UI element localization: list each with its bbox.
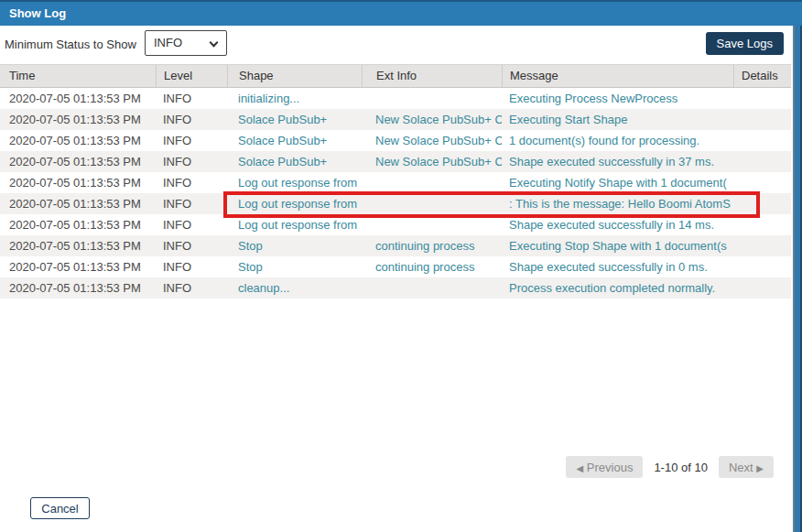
table-row[interactable]: 2020-07-05 01:13:53 PMINFOLog out respon… <box>0 193 793 214</box>
cell-shape: Log out response from <box>227 193 362 214</box>
cell-shape: initializing... <box>227 88 362 109</box>
cell-ext-info: continuing process <box>362 235 502 256</box>
cell-details <box>733 256 789 277</box>
cell-level: INFO <box>156 256 227 277</box>
cell-time: 2020-07-05 01:13:53 PM <box>0 109 156 130</box>
table-row[interactable]: 2020-07-05 01:13:53 PMINFOLog out respon… <box>0 172 793 193</box>
cell-message: Shape executed successfully in 0 ms. <box>502 256 733 277</box>
table-row[interactable]: 2020-07-05 01:13:53 PMINFOSolace PubSub+… <box>0 109 793 130</box>
scrollbar-track[interactable] <box>791 26 802 532</box>
column-header-ext-info[interactable]: Ext Info <box>362 65 502 87</box>
cell-message: Process execution completed normally. <box>502 277 733 299</box>
next-label: Next <box>729 461 753 474</box>
previous-label: Previous <box>587 461 634 474</box>
cell-details <box>733 109 789 130</box>
table-header-row: Time Level Shape Ext Info Message Detail… <box>0 64 793 88</box>
cell-message: Executing Process NewProcess <box>502 88 733 109</box>
previous-arrow-icon: ◀ <box>576 463 583 473</box>
table-row[interactable]: 2020-07-05 01:13:53 PMINFOStopcontinuing… <box>0 256 793 277</box>
cell-time: 2020-07-05 01:13:53 PM <box>0 256 156 277</box>
cell-shape: Solace PubSub+ <box>227 109 362 130</box>
dialog-title-bar: Show Log <box>0 0 802 26</box>
pagination: ◀ Previous 1-10 of 10 Next ▶ <box>566 456 774 478</box>
cell-message: Executing Stop Shape with 1 document(s <box>502 235 733 256</box>
cell-ext-info <box>362 277 502 299</box>
cell-details <box>733 235 789 256</box>
cell-message: Executing Start Shape <box>502 109 733 130</box>
dialog-title: Show Log <box>9 6 66 20</box>
cell-message: : This is the message: Hello Boomi AtomS <box>502 193 733 214</box>
cell-ext-info: New Solace PubSub+ Co <box>362 109 502 130</box>
cell-ext-info: New Solace PubSub+ Co <box>362 130 502 151</box>
cell-ext-info: New Solace PubSub+ Co <box>362 151 502 172</box>
cell-message: Shape executed successfully in 14 ms. <box>502 214 733 235</box>
cell-time: 2020-07-05 01:13:53 PM <box>0 151 156 172</box>
log-table: Time Level Shape Ext Info Message Detail… <box>0 64 793 299</box>
cell-message: 1 document(s) found for processing. <box>502 130 733 151</box>
cell-shape: Solace PubSub+ <box>227 130 362 151</box>
cell-level: INFO <box>156 130 227 151</box>
table-row[interactable]: 2020-07-05 01:13:53 PMINFOcleanup...Proc… <box>0 277 793 299</box>
cell-shape: Stop <box>227 235 362 256</box>
cell-ext-info <box>362 88 502 109</box>
cell-ext-info: continuing process <box>362 256 502 277</box>
next-page-button[interactable]: Next ▶ <box>719 456 774 478</box>
cell-shape: Log out response from <box>227 172 362 193</box>
cell-level: INFO <box>156 172 227 193</box>
cell-level: INFO <box>156 88 227 109</box>
next-arrow-icon: ▶ <box>756 463 764 473</box>
cell-details <box>733 88 789 109</box>
column-header-time[interactable]: Time <box>0 65 156 87</box>
table-row[interactable]: 2020-07-05 01:13:53 PMINFOSolace PubSub+… <box>0 151 793 172</box>
cell-level: INFO <box>156 151 227 172</box>
table-row[interactable]: 2020-07-05 01:13:53 PMINFOLog out respon… <box>0 214 793 235</box>
status-dropdown-value: INFO <box>154 36 182 49</box>
column-header-shape[interactable]: Shape <box>227 65 362 87</box>
table-row[interactable]: 2020-07-05 01:13:53 PMINFOinitializing..… <box>0 88 793 109</box>
show-log-dialog: Show Log Minimum Status to Show INFO Sav… <box>0 0 802 532</box>
cell-level: INFO <box>156 214 227 235</box>
cell-level: INFO <box>156 193 227 214</box>
cell-time: 2020-07-05 01:13:53 PM <box>0 88 156 109</box>
column-header-level[interactable]: Level <box>156 65 227 87</box>
toolbar: Minimum Status to Show INFO Save Logs <box>0 26 793 64</box>
cell-shape: Log out response from <box>227 214 362 235</box>
cell-details <box>733 193 789 214</box>
cell-time: 2020-07-05 01:13:53 PM <box>0 130 156 151</box>
cell-level: INFO <box>156 277 227 299</box>
cancel-button[interactable]: Cancel <box>30 497 90 519</box>
cell-time: 2020-07-05 01:13:53 PM <box>0 277 156 299</box>
cell-time: 2020-07-05 01:13:53 PM <box>0 172 156 193</box>
page-range-label: 1-10 of 10 <box>654 461 708 474</box>
scrollbar-thumb[interactable] <box>793 26 802 532</box>
cell-details <box>733 214 789 235</box>
cell-shape: Stop <box>227 256 362 277</box>
table-row[interactable]: 2020-07-05 01:13:53 PMINFOSolace PubSub+… <box>0 130 793 151</box>
chevron-down-icon <box>210 38 219 48</box>
cell-details <box>733 172 789 193</box>
cell-details <box>733 130 789 151</box>
column-header-details[interactable]: Details <box>733 65 789 87</box>
cell-shape: Solace PubSub+ <box>227 151 362 172</box>
status-dropdown[interactable]: INFO <box>145 30 227 56</box>
cell-message: Executing Notify Shape with 1 document( <box>502 172 733 193</box>
minimum-status-label: Minimum Status to Show <box>5 38 136 51</box>
save-logs-button[interactable]: Save Logs <box>706 32 784 55</box>
cell-time: 2020-07-05 01:13:53 PM <box>0 214 156 235</box>
cell-time: 2020-07-05 01:13:53 PM <box>0 235 156 256</box>
table-row[interactable]: 2020-07-05 01:13:53 PMINFOStopcontinuing… <box>0 235 793 256</box>
cell-message: Shape executed successfully in 37 ms. <box>502 151 733 172</box>
cell-level: INFO <box>156 235 227 256</box>
cell-time: 2020-07-05 01:13:53 PM <box>0 193 156 214</box>
cell-ext-info <box>362 193 502 214</box>
cell-ext-info <box>362 214 502 235</box>
cell-shape: cleanup... <box>227 277 362 299</box>
cell-details <box>733 277 789 299</box>
cell-details <box>733 151 789 172</box>
column-header-message[interactable]: Message <box>502 65 733 87</box>
table-body: 2020-07-05 01:13:53 PMINFOinitializing..… <box>0 88 793 299</box>
cell-level: INFO <box>156 109 227 130</box>
previous-page-button[interactable]: ◀ Previous <box>566 456 643 478</box>
cell-ext-info <box>362 172 502 193</box>
